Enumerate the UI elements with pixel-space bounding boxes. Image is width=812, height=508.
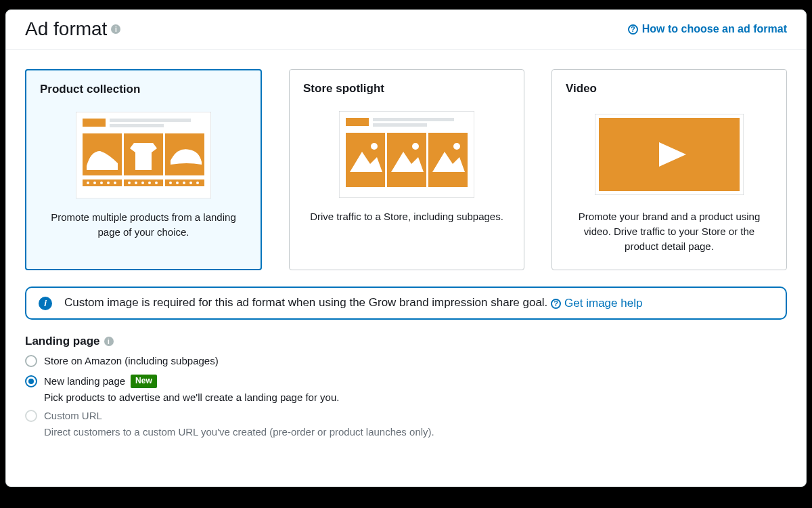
card-title: Video <box>566 82 773 96</box>
radio-new-landing-page[interactable]: New landing page New <box>25 374 787 389</box>
help-link-text: How to choose an ad format <box>642 23 787 35</box>
panel-header: Ad format i ? How to choose an ad format <box>6 10 806 49</box>
svg-point-14 <box>114 182 116 184</box>
radio-label: Store on Amazon (including subpages) <box>44 354 219 368</box>
svg-point-15 <box>128 182 131 184</box>
new-badge: New <box>131 375 157 387</box>
card-thumbnail <box>303 108 510 201</box>
radio-store-on-amazon[interactable]: Store on Amazon (including subpages) <box>25 354 787 368</box>
help-icon: ? <box>628 24 638 35</box>
svg-rect-28 <box>373 123 427 127</box>
svg-rect-1 <box>83 119 106 127</box>
svg-rect-26 <box>346 118 369 126</box>
svg-point-16 <box>135 182 137 184</box>
info-alert: i Custom image is required for this ad f… <box>25 287 787 320</box>
svg-point-18 <box>148 182 151 184</box>
svg-point-20 <box>169 182 172 184</box>
radio-label-row: New landing page New <box>44 374 157 389</box>
page-title: Ad format i <box>25 18 120 40</box>
radio-input[interactable] <box>25 410 37 422</box>
svg-rect-2 <box>110 119 191 122</box>
panel-content: Product collection <box>6 50 806 450</box>
radio-input[interactable] <box>25 355 37 367</box>
page-title-text: Ad format <box>25 18 107 40</box>
help-icon: ? <box>551 299 561 309</box>
radio-desc: Pick products to advertise and we'll cre… <box>44 391 787 403</box>
info-icon[interactable]: i <box>104 337 114 346</box>
landing-title-text: Landing page <box>25 335 100 348</box>
help-link[interactable]: ? How to choose an ad format <box>628 23 787 35</box>
card-product-collection[interactable]: Product collection <box>25 69 262 270</box>
card-desc: Promote multiple products from a landing… <box>40 210 247 240</box>
svg-point-21 <box>176 182 179 184</box>
alert-body: Custom image is required for this ad for… <box>64 296 642 310</box>
svg-point-17 <box>141 182 144 184</box>
ad-format-panel: Ad format i ? How to choose an ad format… <box>5 9 807 487</box>
landing-page-title: Landing page i <box>25 335 787 348</box>
ad-format-cards: Product collection <box>25 69 787 270</box>
radio-custom-url[interactable]: Custom URL <box>25 408 787 423</box>
svg-point-23 <box>189 182 192 184</box>
svg-point-13 <box>107 182 110 184</box>
alert-text: Custom image is required for this ad for… <box>64 296 547 309</box>
card-video[interactable]: Video Promote your brand and a product u… <box>551 69 787 270</box>
card-thumbnail <box>40 108 247 202</box>
card-desc: Drive traffic to a Store, including subp… <box>303 209 510 224</box>
radio-label: New landing page <box>44 374 125 389</box>
radio-desc: Direct customers to a custom URL you've … <box>44 426 787 438</box>
radio-input[interactable] <box>25 375 37 387</box>
radio-label: Custom URL <box>44 408 102 423</box>
svg-rect-27 <box>373 118 454 121</box>
alert-link-text: Get image help <box>564 297 642 310</box>
svg-point-11 <box>93 182 96 184</box>
alert-link[interactable]: ? Get image help <box>551 297 642 310</box>
card-store-spotlight[interactable]: Store spotlight <box>289 69 524 270</box>
svg-point-10 <box>87 182 89 184</box>
svg-point-24 <box>196 182 199 184</box>
landing-page-options: Store on Amazon (including subpages) New… <box>25 354 787 437</box>
svg-point-34 <box>453 143 460 150</box>
svg-point-33 <box>412 143 419 150</box>
svg-point-19 <box>155 182 158 184</box>
svg-point-32 <box>371 143 378 150</box>
card-desc: Promote your brand and a product using v… <box>566 209 773 253</box>
card-title: Product collection <box>40 83 247 96</box>
card-title: Store spotlight <box>303 82 510 96</box>
svg-point-22 <box>183 182 185 184</box>
svg-rect-3 <box>110 124 164 127</box>
info-icon: i <box>39 297 52 310</box>
product-collection-icon <box>76 112 211 198</box>
video-icon <box>595 114 744 195</box>
info-icon[interactable]: i <box>111 24 120 34</box>
svg-point-12 <box>100 182 103 184</box>
store-spotlight-icon <box>339 111 474 198</box>
card-thumbnail <box>566 108 773 201</box>
